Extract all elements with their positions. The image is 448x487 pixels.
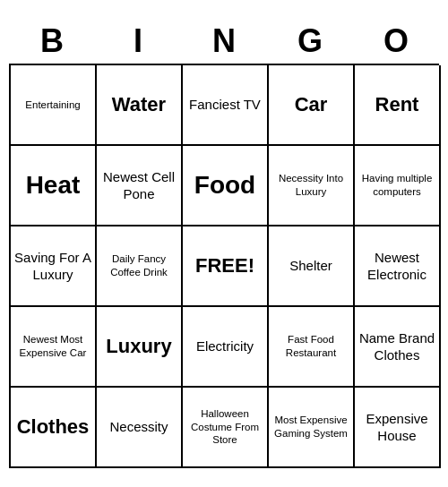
header-letter: G (267, 22, 353, 60)
cell-text: Having multiple computers (358, 172, 435, 199)
cell-text: Most Expensive Gaming System (272, 414, 349, 440)
cell-text: Entertaining (25, 98, 80, 112)
bingo-cell: Clothes (11, 388, 97, 468)
header-letter: I (95, 22, 181, 60)
bingo-cell: Newest Electronic (355, 226, 441, 307)
bingo-cell: Saving For A Luxury (11, 226, 97, 307)
cell-text: Heat (26, 169, 81, 201)
header-letter: O (353, 22, 439, 60)
bingo-cell: Expensive House (355, 388, 441, 468)
bingo-header: BINGO (9, 19, 439, 64)
bingo-cell: Food (183, 146, 269, 226)
bingo-cell: Heat (11, 146, 97, 226)
cell-text: Electricity (196, 337, 254, 355)
bingo-cell: Necessity Into Luxury (269, 146, 355, 226)
cell-text: Newest Electronic (358, 249, 435, 284)
bingo-cell: Rent (355, 65, 441, 146)
cell-text: Expensive House (358, 410, 435, 445)
bingo-cell: Fast Food Restaurant (269, 307, 355, 388)
cell-text: Newest Cell Pone (100, 168, 177, 203)
cell-text: Rent (375, 92, 419, 118)
header-letter: B (9, 22, 95, 60)
cell-text: FREE! (195, 253, 254, 279)
bingo-cell: Entertaining (11, 65, 97, 146)
bingo-cell: Water (97, 65, 183, 146)
cell-text: Water (112, 92, 166, 118)
bingo-cell: Having multiple computers (355, 146, 441, 226)
bingo-cell: Newest Cell Pone (97, 146, 183, 226)
bingo-grid: EntertainingWaterFanciest TVCarRentHeatN… (9, 64, 439, 468)
cell-text: Fanciest TV (189, 96, 261, 114)
cell-text: Luxury (106, 334, 171, 360)
bingo-cell: Daily Fancy Coffee Drink (97, 226, 183, 307)
bingo-cell: Car (269, 65, 355, 146)
bingo-cell: Necessity (97, 388, 183, 468)
bingo-cell: Halloween Costume From Store (183, 388, 269, 468)
bingo-cell: Luxury (97, 307, 183, 388)
cell-text: Clothes (17, 414, 90, 440)
cell-text: Car (295, 92, 328, 118)
bingo-cell: Electricity (183, 307, 269, 388)
bingo-card: BINGO EntertainingWaterFanciest TVCarRen… (9, 19, 439, 468)
cell-text: Halloween Costume From Store (186, 407, 263, 448)
bingo-cell: Newest Most Expensive Car (11, 307, 97, 388)
bingo-cell: Shelter (269, 226, 355, 307)
cell-text: Fast Food Restaurant (272, 333, 349, 360)
cell-text: Saving For A Luxury (14, 249, 91, 284)
cell-text: Name Brand Clothes (358, 329, 435, 364)
bingo-cell: FREE! (183, 226, 269, 307)
header-letter: N (181, 22, 267, 60)
bingo-cell: Most Expensive Gaming System (269, 388, 355, 468)
bingo-cell: Name Brand Clothes (355, 307, 441, 388)
cell-text: Daily Fancy Coffee Drink (100, 252, 177, 279)
bingo-cell: Fanciest TV (183, 65, 269, 146)
cell-text: Shelter (289, 257, 332, 275)
cell-text: Food (194, 169, 255, 201)
cell-text: Newest Most Expensive Car (14, 333, 91, 360)
cell-text: Necessity (109, 418, 168, 436)
cell-text: Necessity Into Luxury (272, 172, 349, 199)
